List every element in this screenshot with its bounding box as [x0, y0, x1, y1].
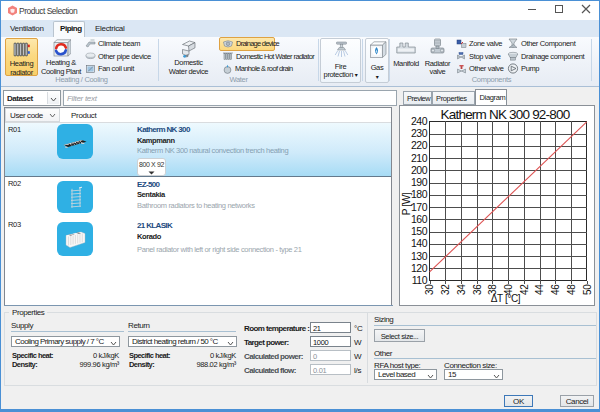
svg-text:42: 42	[519, 284, 530, 295]
svg-text:160: 160	[411, 213, 428, 225]
svg-text:30: 30	[424, 284, 435, 295]
svg-text:ΔT [°C]: ΔT [°C]	[491, 293, 521, 304]
svg-text:110: 110	[412, 274, 428, 286]
svg-text:120: 120	[411, 262, 428, 274]
svg-text:32: 32	[440, 284, 451, 295]
svg-text:230: 230	[411, 127, 428, 139]
svg-text:140: 140	[411, 237, 428, 249]
svg-text:50: 50	[582, 284, 593, 295]
svg-text:190: 190	[411, 176, 428, 188]
svg-text:210: 210	[411, 152, 428, 164]
svg-text:200: 200	[411, 164, 428, 176]
svg-text:220: 220	[411, 139, 428, 151]
svg-text:170: 170	[411, 201, 428, 213]
svg-text:34: 34	[456, 284, 467, 295]
svg-text:36: 36	[472, 284, 483, 295]
svg-text:44: 44	[534, 284, 545, 295]
svg-text:240: 240	[411, 115, 428, 127]
svg-text:48: 48	[566, 284, 577, 295]
svg-text:46: 46	[550, 284, 561, 295]
svg-text:P [W]: P [W]	[401, 192, 412, 215]
svg-text:Katherm NK 300 92-800: Katherm NK 300 92-800	[441, 107, 570, 122]
svg-text:130: 130	[411, 250, 428, 262]
svg-text:150: 150	[411, 225, 428, 237]
svg-text:180: 180	[411, 188, 428, 200]
